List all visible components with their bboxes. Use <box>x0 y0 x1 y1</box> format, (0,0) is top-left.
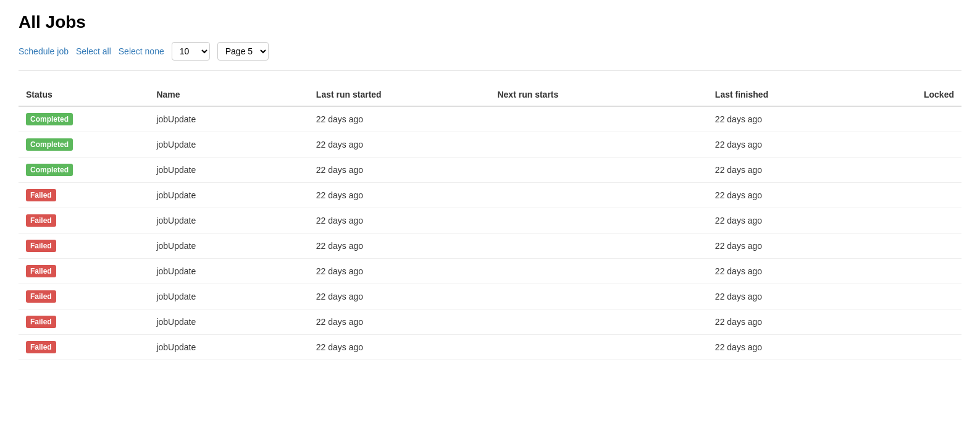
locked <box>889 132 961 158</box>
select-all-button[interactable]: Select all <box>76 46 111 56</box>
table-row[interactable]: FailedjobUpdate22 days ago22 days ago <box>19 259 961 284</box>
table-row[interactable]: CompletedjobUpdate22 days ago22 days ago <box>19 132 961 158</box>
last-finished: 22 days ago <box>708 259 889 284</box>
table-row[interactable]: FailedjobUpdate22 days ago22 days ago <box>19 309 961 335</box>
job-name: jobUpdate <box>149 234 308 259</box>
status-badge: Failed <box>26 341 56 353</box>
next-run-starts <box>490 158 707 183</box>
locked <box>889 335 961 360</box>
last-run-started: 22 days ago <box>309 309 490 335</box>
table-row[interactable]: FailedjobUpdate22 days ago22 days ago <box>19 208 961 234</box>
status-badge: Failed <box>26 189 56 201</box>
last-finished: 22 days ago <box>708 335 889 360</box>
next-run-starts <box>490 335 707 360</box>
job-name: jobUpdate <box>149 158 308 183</box>
locked <box>889 259 961 284</box>
next-run-starts <box>490 106 707 132</box>
status-badge: Completed <box>26 164 73 176</box>
status-badge: Failed <box>26 265 56 277</box>
last-finished: 22 days ago <box>708 183 889 208</box>
last-run-started: 22 days ago <box>309 183 490 208</box>
locked <box>889 106 961 132</box>
job-name: jobUpdate <box>149 132 308 158</box>
next-run-starts <box>490 284 707 309</box>
locked <box>889 158 961 183</box>
status-badge: Failed <box>26 290 56 303</box>
per-page-select[interactable]: 102550100 <box>172 42 210 61</box>
last-run-started: 22 days ago <box>309 234 490 259</box>
next-run-starts <box>490 259 707 284</box>
job-name: jobUpdate <box>149 106 308 132</box>
status-badge: Failed <box>26 240 56 252</box>
last-finished: 22 days ago <box>708 132 889 158</box>
locked <box>889 183 961 208</box>
locked <box>889 234 961 259</box>
column-header-status: Status <box>19 83 149 106</box>
next-run-starts <box>490 309 707 335</box>
last-run-started: 22 days ago <box>309 106 490 132</box>
job-name: jobUpdate <box>149 208 308 234</box>
page-select[interactable]: Page 1Page 2Page 3Page 4Page 5Page 6 <box>217 42 269 61</box>
table-row[interactable]: CompletedjobUpdate22 days ago22 days ago <box>19 158 961 183</box>
last-run-started: 22 days ago <box>309 284 490 309</box>
column-header-last-finished: Last finished <box>708 83 889 106</box>
jobs-table: Status Name Last run started Next run st… <box>19 83 961 360</box>
column-header-locked: Locked <box>889 83 961 106</box>
schedule-job-button[interactable]: Schedule job <box>19 46 69 56</box>
job-name: jobUpdate <box>149 259 308 284</box>
table-header-row: Status Name Last run started Next run st… <box>19 83 961 106</box>
status-badge: Completed <box>26 138 73 151</box>
table-row[interactable]: CompletedjobUpdate22 days ago22 days ago <box>19 106 961 132</box>
table-row[interactable]: FailedjobUpdate22 days ago22 days ago <box>19 284 961 309</box>
last-run-started: 22 days ago <box>309 335 490 360</box>
locked <box>889 284 961 309</box>
next-run-starts <box>490 234 707 259</box>
job-name: jobUpdate <box>149 284 308 309</box>
status-badge: Completed <box>26 113 73 125</box>
last-finished: 22 days ago <box>708 234 889 259</box>
table-row[interactable]: FailedjobUpdate22 days ago22 days ago <box>19 183 961 208</box>
last-run-started: 22 days ago <box>309 132 490 158</box>
last-finished: 22 days ago <box>708 284 889 309</box>
page-title: All Jobs <box>19 12 961 32</box>
status-badge: Failed <box>26 214 56 227</box>
last-run-started: 22 days ago <box>309 259 490 284</box>
table-row[interactable]: FailedjobUpdate22 days ago22 days ago <box>19 234 961 259</box>
job-name: jobUpdate <box>149 335 308 360</box>
last-run-started: 22 days ago <box>309 158 490 183</box>
locked <box>889 309 961 335</box>
next-run-starts <box>490 132 707 158</box>
column-header-last-run: Last run started <box>309 83 490 106</box>
last-finished: 22 days ago <box>708 158 889 183</box>
last-run-started: 22 days ago <box>309 208 490 234</box>
status-badge: Failed <box>26 316 56 328</box>
last-finished: 22 days ago <box>708 309 889 335</box>
select-none-button[interactable]: Select none <box>119 46 164 56</box>
column-header-name: Name <box>149 83 308 106</box>
last-finished: 22 days ago <box>708 106 889 132</box>
toolbar: Schedule job Select all Select none 1025… <box>19 42 961 71</box>
locked <box>889 208 961 234</box>
job-name: jobUpdate <box>149 309 308 335</box>
next-run-starts <box>490 208 707 234</box>
table-row[interactable]: FailedjobUpdate22 days ago22 days ago <box>19 335 961 360</box>
job-name: jobUpdate <box>149 183 308 208</box>
next-run-starts <box>490 183 707 208</box>
column-header-next-run: Next run starts <box>490 83 707 106</box>
last-finished: 22 days ago <box>708 208 889 234</box>
